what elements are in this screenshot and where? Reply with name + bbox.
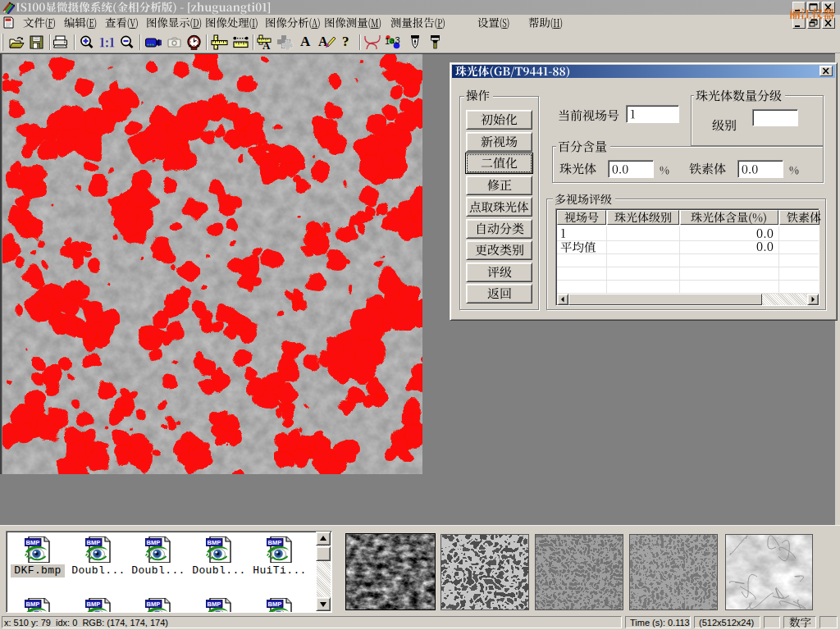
svg-text:a: a xyxy=(390,36,395,45)
svg-text:3: 3 xyxy=(395,35,400,45)
svg-text:A: A xyxy=(262,39,271,50)
